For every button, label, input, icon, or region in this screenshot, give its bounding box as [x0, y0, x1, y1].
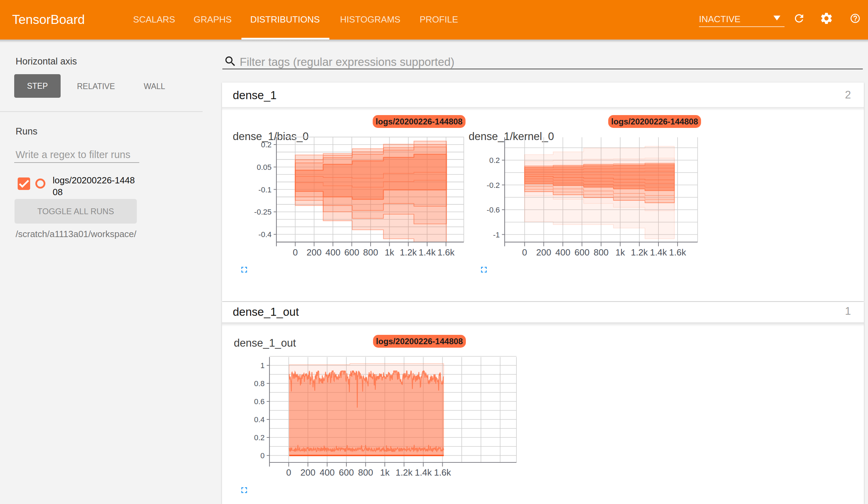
svg-text:0.2: 0.2	[261, 140, 272, 149]
svg-text:0: 0	[522, 247, 527, 258]
svg-text:200: 200	[307, 247, 321, 258]
svg-text:1.6k: 1.6k	[437, 247, 455, 258]
svg-text:0: 0	[293, 247, 298, 258]
svg-text:1k: 1k	[380, 467, 390, 478]
svg-text:0.2: 0.2	[489, 156, 500, 165]
svg-text:800: 800	[594, 247, 609, 258]
svg-text:0: 0	[260, 451, 265, 460]
svg-text:0.2: 0.2	[254, 433, 265, 442]
svg-text:-0.6: -0.6	[487, 206, 500, 214]
svg-text:-0.4: -0.4	[258, 230, 272, 239]
svg-text:-1: -1	[493, 231, 500, 239]
svg-text:600: 600	[339, 467, 354, 478]
svg-text:0.05: 0.05	[257, 163, 272, 172]
svg-text:200: 200	[300, 467, 315, 478]
svg-text:1.4k: 1.4k	[650, 247, 667, 258]
svg-text:0.8: 0.8	[254, 379, 265, 388]
svg-text:1k: 1k	[615, 247, 625, 258]
svg-text:-0.25: -0.25	[254, 208, 272, 216]
svg-text:1.6k: 1.6k	[669, 247, 687, 258]
svg-text:-0.1: -0.1	[258, 185, 272, 194]
svg-text:600: 600	[575, 247, 590, 258]
svg-text:200: 200	[536, 247, 551, 258]
svg-text:400: 400	[320, 467, 335, 478]
svg-text:400: 400	[326, 247, 340, 258]
svg-text:1.6k: 1.6k	[434, 467, 451, 478]
svg-text:1.4k: 1.4k	[415, 467, 432, 478]
svg-text:1k: 1k	[385, 247, 395, 258]
svg-text:600: 600	[344, 247, 359, 258]
svg-text:1: 1	[260, 361, 265, 370]
svg-text:0.6: 0.6	[254, 397, 265, 406]
svg-text:-0.2: -0.2	[487, 181, 500, 190]
svg-text:400: 400	[555, 247, 570, 258]
svg-text:0: 0	[286, 467, 291, 478]
svg-text:0.4: 0.4	[254, 415, 265, 424]
svg-text:1.4k: 1.4k	[419, 247, 436, 258]
svg-text:800: 800	[358, 467, 373, 478]
svg-text:1.2k: 1.2k	[400, 247, 417, 258]
svg-text:1.2k: 1.2k	[396, 467, 413, 478]
svg-text:800: 800	[363, 247, 378, 258]
svg-text:1.2k: 1.2k	[631, 247, 648, 258]
